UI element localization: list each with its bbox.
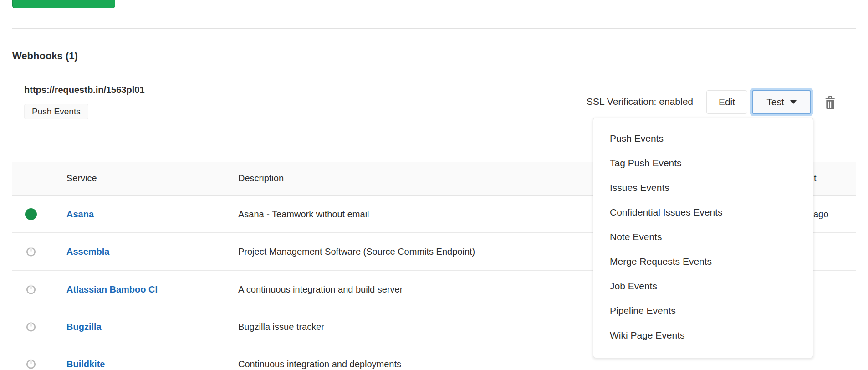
webhooks-settings-page: Webhooks (1) https://requestb.in/1563pl0… [0, 0, 868, 370]
service-link-asana[interactable]: Asana [66, 209, 94, 219]
service-description: A continuous integration and build serve… [238, 284, 403, 295]
trash-icon [824, 96, 837, 109]
test-button-label: Test [766, 97, 784, 108]
section-divider [12, 28, 856, 29]
add-webhook-button[interactable] [12, 0, 115, 8]
service-link-atlassian-bamboo-ci[interactable]: Atlassian Bamboo CI [66, 284, 158, 294]
dropdown-item-note-events[interactable]: Note Events [593, 225, 813, 249]
edit-webhook-button[interactable]: Edit [706, 90, 747, 114]
webhooks-section-title: Webhooks (1) [12, 50, 78, 62]
dropdown-item-job-events[interactable]: Job Events [593, 274, 813, 298]
dropdown-item-push-events[interactable]: Push Events [593, 126, 813, 151]
dropdown-item-wiki-page-events[interactable]: Wiki Page Events [593, 323, 813, 348]
chevron-down-icon [790, 100, 797, 104]
test-events-dropdown-menu: Push Events Tag Push Events Issues Event… [593, 118, 813, 358]
column-header-last-edit-fragment: t [814, 173, 817, 184]
webhook-events-badge: Push Events [24, 104, 88, 119]
ssl-verification-status: SSL Verification: enabled [542, 96, 693, 107]
service-description: Asana - Teamwork without email [238, 209, 369, 220]
service-link-buildkite[interactable]: Buildkite [66, 359, 105, 369]
dropdown-item-issues-events[interactable]: Issues Events [593, 175, 813, 200]
service-description: Project Management Software (Source Comm… [238, 247, 475, 257]
dropdown-item-confidential-issues-events[interactable]: Confidential Issues Events [593, 200, 813, 225]
power-icon [25, 283, 37, 295]
power-icon [25, 246, 37, 257]
test-webhook-dropdown-button[interactable]: Test [752, 90, 811, 114]
power-icon [25, 321, 37, 333]
last-edit-cell-fragment: ago [813, 209, 828, 220]
dropdown-item-pipeline-events[interactable]: Pipeline Events [593, 298, 813, 323]
status-active-icon [25, 208, 37, 220]
service-link-assembla[interactable]: Assembla [66, 247, 110, 257]
webhook-url: https://requestb.in/1563pl01 [24, 85, 145, 95]
delete-webhook-button[interactable] [822, 94, 839, 111]
service-link-bugzilla[interactable]: Bugzilla [66, 322, 102, 332]
dropdown-item-merge-requests-events[interactable]: Merge Requests Events [593, 249, 813, 274]
column-header-service: Service [66, 173, 97, 184]
service-description: Bugzilla issue tracker [238, 322, 324, 332]
service-description: Continuous integration and deployments [238, 359, 401, 370]
power-icon [25, 358, 37, 370]
column-header-description: Description [238, 173, 284, 184]
dropdown-item-tag-push-events[interactable]: Tag Push Events [593, 151, 813, 175]
